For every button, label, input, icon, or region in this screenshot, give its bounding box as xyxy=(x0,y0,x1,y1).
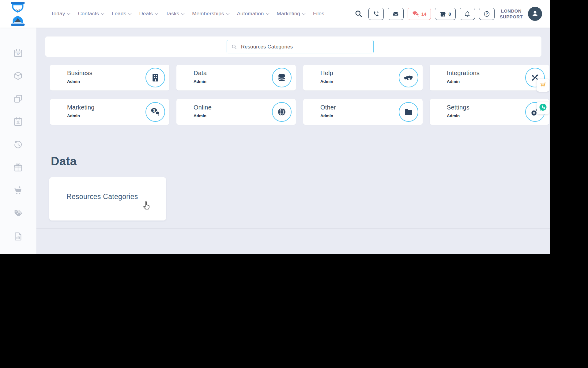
category-card-settings[interactable]: Settings Admin xyxy=(430,99,549,125)
bell-icon xyxy=(464,11,470,17)
card-title: Other xyxy=(320,104,336,111)
nav-item-contacts[interactable]: Contacts xyxy=(78,11,104,17)
card-subtitle: Admin xyxy=(320,79,333,84)
svg-text:?: ? xyxy=(486,12,488,16)
card-subtitle: Admin xyxy=(67,79,80,84)
cube-icon[interactable] xyxy=(13,71,23,81)
copy-icon[interactable] xyxy=(13,94,23,104)
phone-icon xyxy=(373,11,379,17)
card-subtitle: Admin xyxy=(194,113,206,118)
price-tags-icon[interactable] xyxy=(13,209,23,218)
notifications-button[interactable] xyxy=(460,8,475,20)
avatar[interactable] xyxy=(528,7,542,21)
nav-label: Marketing xyxy=(277,11,300,17)
nav-item-files[interactable]: Files xyxy=(313,11,324,17)
cursor-hand-icon xyxy=(141,200,152,210)
category-card-integrations[interactable]: Integrations Admin xyxy=(430,65,549,90)
help-button[interactable]: ? xyxy=(479,8,495,20)
main-nav: Today Contacts Leads Deals Tasks Members… xyxy=(51,0,324,28)
search-input[interactable] xyxy=(240,44,373,50)
nav-label: Contacts xyxy=(78,11,99,17)
card-subtitle: Admin xyxy=(447,79,460,84)
calendar-import-icon[interactable] xyxy=(13,117,23,127)
inbox-button[interactable] xyxy=(388,8,404,20)
nav-item-memberships[interactable]: Memberships xyxy=(192,11,229,17)
nav-label: Memberships xyxy=(192,11,224,17)
chat-count-badge: 14 xyxy=(421,11,427,17)
floating-whatsapp-button[interactable] xyxy=(537,102,549,114)
card-title: Online xyxy=(194,104,212,111)
account-name[interactable]: LONDON SUPPORT xyxy=(500,8,523,20)
chevron-down-icon xyxy=(155,11,158,15)
nav-label: Files xyxy=(313,11,324,17)
result-label: Resources Categories xyxy=(66,193,138,201)
card-title: Help xyxy=(320,70,333,77)
card-title: Business xyxy=(67,70,92,77)
chevron-down-icon xyxy=(101,11,104,15)
card-subtitle: Admin xyxy=(194,79,206,84)
gift-icon[interactable] xyxy=(13,163,23,172)
search-icon[interactable] xyxy=(355,10,363,18)
money-chat-icon: $ xyxy=(145,102,165,122)
chevron-down-icon xyxy=(302,11,305,15)
result-card-resources-categories[interactable]: Resources Categories xyxy=(49,177,166,220)
nav-label: Today xyxy=(51,11,65,17)
handshake-icon xyxy=(399,68,418,87)
nav-item-leads[interactable]: Leads xyxy=(112,11,131,17)
app-window: Today Contacts Leads Deals Tasks Members… xyxy=(0,0,550,254)
topbar: Today Contacts Leads Deals Tasks Members… xyxy=(0,0,550,28)
person-icon xyxy=(530,9,540,19)
store-button[interactable]: 8 xyxy=(435,8,455,20)
floating-cart-button[interactable] xyxy=(537,79,549,92)
cart-icon xyxy=(539,81,547,90)
chevron-down-icon xyxy=(128,11,132,15)
chevron-down-icon xyxy=(226,11,229,15)
building-icon xyxy=(145,68,165,87)
hourglass-logo-icon xyxy=(9,21,27,27)
nav-item-marketing[interactable]: Marketing xyxy=(277,11,305,17)
nav-item-tasks[interactable]: Tasks xyxy=(166,11,184,17)
account-name-line1: LONDON xyxy=(500,8,523,14)
folder-icon xyxy=(399,102,418,122)
store-icon xyxy=(439,11,446,17)
svg-text:$: $ xyxy=(153,109,155,112)
help-icon: ? xyxy=(484,11,490,17)
nav-label: Automation xyxy=(237,11,264,17)
inbox-icon xyxy=(392,11,399,17)
globe-icon xyxy=(272,102,292,122)
nav-item-deals[interactable]: Deals xyxy=(139,11,157,17)
category-card-business[interactable]: Business Admin xyxy=(50,65,169,90)
account-name-line2: SUPPORT xyxy=(500,14,523,20)
chat-button[interactable]: 14 xyxy=(408,8,431,20)
report-icon[interactable] xyxy=(13,232,23,241)
chevron-down-icon xyxy=(181,11,185,15)
app-logo[interactable] xyxy=(9,2,27,26)
category-card-data[interactable]: Data Admin xyxy=(176,65,296,90)
category-card-help[interactable]: Help Admin xyxy=(303,65,423,90)
card-subtitle: Admin xyxy=(447,113,460,118)
card-subtitle: Admin xyxy=(67,113,80,118)
category-card-marketing[interactable]: Marketing Admin $ xyxy=(50,99,169,125)
nav-item-today[interactable]: Today xyxy=(51,11,70,17)
history-icon[interactable] xyxy=(13,140,23,150)
whatsapp-icon xyxy=(539,103,547,113)
store-count-badge: 8 xyxy=(448,11,451,17)
card-title: Marketing xyxy=(67,104,95,111)
card-subtitle: Admin xyxy=(320,113,333,118)
nav-label: Leads xyxy=(112,11,126,17)
footer-strip xyxy=(36,228,550,254)
svg-text:12: 12 xyxy=(16,52,20,56)
card-title: Data xyxy=(194,70,207,77)
phone-button[interactable] xyxy=(368,8,384,20)
section-heading: Data xyxy=(51,155,77,168)
nav-item-automation[interactable]: Automation xyxy=(237,11,269,17)
chevron-down-icon xyxy=(266,11,269,15)
card-title: Integrations xyxy=(447,70,480,77)
category-card-other[interactable]: Other Admin xyxy=(303,99,423,125)
topbar-actions: 14 8 ? LONDON SUPPORT xyxy=(355,0,542,28)
cart-icon[interactable] xyxy=(13,186,23,195)
chevron-down-icon xyxy=(67,11,70,15)
category-card-online[interactable]: Online Admin xyxy=(176,99,296,125)
search-input-icon xyxy=(232,44,237,49)
calendar-icon[interactable]: 12 xyxy=(13,48,23,58)
